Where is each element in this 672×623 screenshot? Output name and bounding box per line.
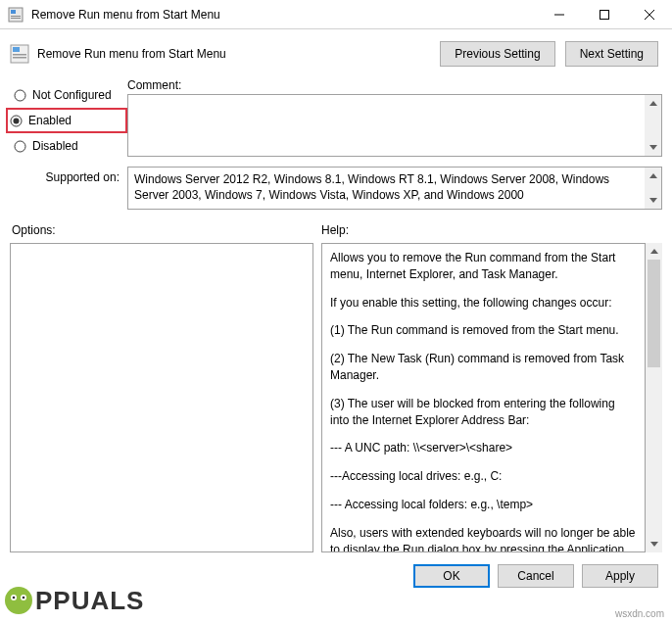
help-wrap: Allows you to remove the Run command fro… [321, 243, 662, 552]
help-label: Help: [321, 223, 349, 237]
radio-not-configured[interactable]: Not Configured [10, 82, 127, 108]
svg-marker-16 [649, 101, 657, 106]
radio-checked-icon [10, 115, 23, 127]
options-panel [10, 243, 313, 552]
svg-marker-17 [649, 145, 657, 150]
scroll-up-icon[interactable] [645, 168, 661, 184]
brand-icon [2, 584, 35, 617]
svg-rect-11 [13, 57, 26, 59]
maximize-button[interactable] [582, 0, 627, 28]
svg-rect-2 [11, 16, 21, 17]
close-button[interactable] [627, 0, 672, 28]
header-row: Remove Run menu from Start Menu Previous… [0, 29, 672, 74]
svg-point-25 [13, 597, 16, 599]
supported-row: Supported on: Windows Server 2012 R2, Wi… [0, 159, 672, 210]
help-text: (3) The user will be blocked from enteri… [330, 396, 637, 429]
help-panel[interactable]: Allows you to remove the Run command fro… [321, 243, 646, 552]
svg-rect-1 [11, 10, 16, 14]
radio-unchecked-icon [14, 140, 26, 153]
scroll-thumb[interactable] [648, 260, 660, 367]
window-controls [537, 0, 672, 28]
help-text: ---Accessing local drives: e.g., C: [330, 468, 637, 485]
radio-label: Not Configured [32, 88, 112, 102]
state-radios: Not Configured Enabled Disabled [10, 78, 127, 159]
section-labels: Options: Help: [0, 210, 672, 239]
svg-marker-20 [650, 249, 658, 254]
page-scrollbar[interactable] [646, 243, 662, 552]
config-row: Not Configured Enabled Disabled Comment: [0, 74, 672, 159]
options-label: Options: [12, 223, 321, 237]
cancel-button[interactable]: Cancel [498, 564, 574, 588]
panels-row: Allows you to remove the Run command fro… [0, 239, 672, 552]
minimize-button[interactable] [537, 0, 582, 28]
radio-label: Enabled [28, 114, 72, 127]
supported-label: Supported on: [10, 167, 127, 210]
help-text: If you enable this setting, the followin… [330, 295, 637, 312]
svg-marker-18 [649, 173, 657, 178]
svg-rect-10 [13, 54, 26, 56]
scroll-down-icon[interactable] [645, 139, 661, 156]
scroll-down-icon[interactable] [646, 536, 662, 552]
policy-subtitle: Remove Run menu from Start Menu [37, 47, 440, 61]
comment-label: Comment: [127, 78, 662, 92]
ok-button[interactable]: OK [413, 564, 490, 588]
supported-text: Windows Server 2012 R2, Windows 8.1, Win… [128, 168, 645, 209]
comment-column: Comment: [127, 78, 662, 159]
svg-point-15 [15, 141, 25, 152]
radio-enabled[interactable]: Enabled [6, 108, 127, 133]
nav-buttons: Previous Setting Next Setting [440, 41, 658, 67]
radio-unchecked-icon [14, 89, 26, 102]
radio-disabled[interactable]: Disabled [10, 133, 127, 159]
watermark: wsxdn.com [615, 608, 664, 619]
help-text: Also, users with extended keyboards will… [330, 525, 637, 552]
window-title: Remove Run menu from Start Menu [31, 8, 537, 22]
previous-setting-button[interactable]: Previous Setting [440, 41, 554, 67]
next-setting-button[interactable]: Next Setting [565, 41, 658, 67]
comment-textarea[interactable] [127, 94, 662, 157]
help-text: --- A UNC path: \\<server>\<share> [330, 440, 637, 456]
brand-text: PPUALS [35, 586, 144, 616]
help-text: (2) The New Task (Run) command is remove… [330, 351, 637, 384]
help-text: Allows you to remove the Run command fro… [330, 250, 637, 283]
apply-button[interactable]: Apply [582, 564, 658, 588]
supported-scrollbar[interactable] [645, 168, 661, 209]
svg-rect-5 [600, 10, 609, 19]
titlebar: Remove Run menu from Start Menu [0, 0, 672, 29]
svg-rect-3 [11, 18, 21, 19]
scroll-down-icon[interactable] [645, 192, 661, 209]
svg-point-12 [15, 90, 25, 101]
supported-box: Windows Server 2012 R2, Windows 8.1, Win… [127, 167, 662, 210]
radio-label: Disabled [32, 139, 78, 153]
scroll-up-icon[interactable] [645, 95, 661, 112]
comment-value [128, 95, 645, 156]
svg-point-26 [23, 597, 25, 599]
svg-marker-21 [650, 542, 658, 547]
policy-header-icon [10, 44, 29, 64]
svg-point-22 [5, 587, 32, 614]
brand-overlay: PPUALS [2, 584, 144, 617]
scroll-up-icon[interactable] [646, 243, 662, 260]
comment-scrollbar[interactable] [645, 95, 661, 156]
svg-point-14 [14, 118, 20, 123]
help-text: (1) The Run command is removed from the … [330, 322, 637, 339]
policy-icon [8, 7, 24, 23]
svg-rect-9 [13, 47, 20, 52]
help-text: --- Accessing local folders: e.g., \temp… [330, 497, 637, 513]
svg-marker-19 [649, 198, 657, 203]
